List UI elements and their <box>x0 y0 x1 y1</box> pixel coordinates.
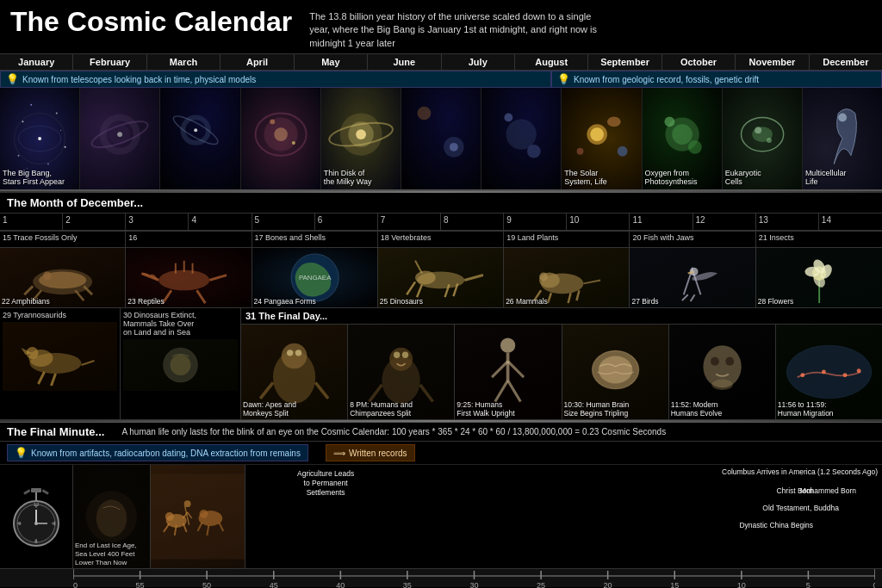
dec-caption-25: 25 Dinosaurs <box>380 297 423 306</box>
ruler-container: 60 55 50 45 40 35 30 25 20 15 <box>73 569 875 588</box>
dec-day-14: 14 <box>819 214 882 231</box>
svg-text:60: 60 <box>73 581 78 588</box>
month-october: October <box>662 54 736 70</box>
month-april: April <box>220 54 294 70</box>
month-december: December <box>810 54 882 70</box>
img-jan: The Big Bang,Stars First Appear <box>0 88 80 189</box>
svg-point-151 <box>165 512 174 521</box>
page-title: The Cosmic Calendar <box>10 7 292 37</box>
dec-day-13: 13 <box>756 214 819 231</box>
lightbulb-icon2: 💡 <box>557 73 570 85</box>
svg-line-68 <box>417 285 422 298</box>
dec-day-4: 4 <box>189 214 252 231</box>
img-oct: Oxygen fromPhotosynthesis <box>643 88 723 189</box>
tl-columbus: Columbus Arrives in America (1.2 Seconds… <box>722 467 878 477</box>
svg-point-39 <box>672 124 693 145</box>
svg-point-25 <box>356 129 366 139</box>
written-text: Written records <box>349 449 407 458</box>
svg-point-124 <box>822 370 826 374</box>
svg-line-82 <box>682 294 688 300</box>
lightbulb-icon3: 💡 <box>15 447 28 459</box>
svg-point-46 <box>838 114 847 122</box>
svg-point-34 <box>591 127 605 141</box>
month-june: June <box>368 54 441 70</box>
svg-rect-130 <box>31 488 41 492</box>
month-september: September <box>588 54 662 70</box>
svg-point-145 <box>96 499 127 537</box>
svg-point-35 <box>607 117 621 127</box>
dec-event-20: 20 Fish with Jaws <box>630 232 755 247</box>
dec-caption-26: 26 Mammals <box>506 297 548 306</box>
tl-mohammed: Mohammed Born <box>800 486 856 495</box>
dec-img-amphibians: 22 Amphibians <box>0 248 126 307</box>
geologic-text: Known from geologic record, fossils, gen… <box>574 75 759 84</box>
artifacts-text: Known from artifacts, radiocarbon dating… <box>31 449 301 458</box>
month-november: November <box>736 54 809 70</box>
img-caption-jan: The Big Bang,Stars First Appear <box>3 169 65 188</box>
svg-point-45 <box>767 138 772 143</box>
final-minute-subtitle: A human life only lasts for the blink of… <box>121 427 666 436</box>
arrow-icon: ⟹ <box>333 449 345 458</box>
svg-point-126 <box>856 368 860 373</box>
svg-text:PANGAEA: PANGAEA <box>298 275 331 282</box>
dec-img-dinosaurs: 25 Dinosaurs <box>378 248 504 307</box>
svg-point-2 <box>22 121 23 123</box>
svg-rect-146 <box>151 474 245 560</box>
svg-point-121 <box>711 380 733 390</box>
final-caption-dawn: Dawn: Apes andMonkeys Split <box>243 400 296 418</box>
final-caption-925: 9:25: HumansFirst Walk Upright <box>457 400 514 418</box>
img-caption-nov: EukaryoticCells <box>725 169 761 188</box>
svg-point-32 <box>527 145 541 158</box>
svg-line-94 <box>52 374 56 386</box>
dec-day-5: 5 <box>252 214 315 231</box>
img-nov: EukaryoticCells <box>723 88 803 189</box>
svg-point-8 <box>60 130 61 131</box>
svg-point-17 <box>195 128 198 132</box>
svg-line-77 <box>548 293 551 303</box>
svg-point-158 <box>184 500 191 507</box>
svg-line-109 <box>420 385 433 402</box>
dec-label-31: 31 The Final Day... <box>241 308 882 325</box>
dec-img-flowers: 28 Flowers <box>756 248 882 307</box>
dec-event-19: 19 Land Plants <box>504 232 630 247</box>
dec-event-15: 15 Trace Fossils Only <box>0 232 126 247</box>
svg-point-29 <box>450 143 458 152</box>
timeline-images: End of Last Ice Age,Sea Level 400 FeetLo… <box>73 465 882 568</box>
svg-point-106 <box>394 352 400 358</box>
dec-img-reptiles: 23 Reptiles <box>126 248 252 307</box>
svg-point-3 <box>56 113 58 115</box>
lightbulb-icon: 💡 <box>6 73 19 85</box>
december-header: The Month of December... <box>0 193 882 214</box>
dec-img-dino-ext <box>123 339 238 391</box>
dec-cell-29: 29 Tyrannosaurids <box>0 308 121 419</box>
dec-img-row-amphibians: 22 Amphibians 23 Reptiles P <box>0 248 882 308</box>
dec-event-16: 16 <box>126 232 252 247</box>
img-jul <box>481 88 562 189</box>
svg-point-100 <box>287 350 293 356</box>
img-caption-dec-multi: MulticellularLife <box>805 169 847 188</box>
svg-line-67 <box>407 282 415 295</box>
telescope-banner: 💡 Known from telescopes looking back in … <box>0 71 551 88</box>
dec-cell-31: 31 The Final Day... Dawn: Apes andMonkey… <box>241 308 882 419</box>
dec-img-tyranno <box>3 322 117 391</box>
final-banners: 💡 Known from artifacts, radiocarbon dati… <box>0 442 882 465</box>
svg-point-105 <box>389 348 413 371</box>
month-august: August <box>515 54 588 70</box>
dec-event-18: 18 Vertebrates <box>378 232 504 247</box>
svg-point-117 <box>598 356 631 384</box>
svg-line-115 <box>508 381 521 402</box>
svg-point-123 <box>800 373 804 377</box>
tl-text-events: Agriculture Leadsto PermanentSettlements… <box>245 465 882 568</box>
img-mar <box>160 88 240 189</box>
svg-point-36 <box>618 146 628 157</box>
svg-line-78 <box>568 293 571 303</box>
svg-line-95 <box>82 361 95 365</box>
svg-line-80 <box>583 281 600 284</box>
dec-day-10: 10 <box>567 214 630 231</box>
svg-point-7 <box>30 104 32 106</box>
svg-point-120 <box>725 357 734 366</box>
svg-line-108 <box>370 385 382 402</box>
svg-rect-131 <box>23 489 30 495</box>
dec-img-pangaea: PANGAEA 24 Pangaea Forms <box>252 248 378 307</box>
svg-line-114 <box>495 381 508 402</box>
